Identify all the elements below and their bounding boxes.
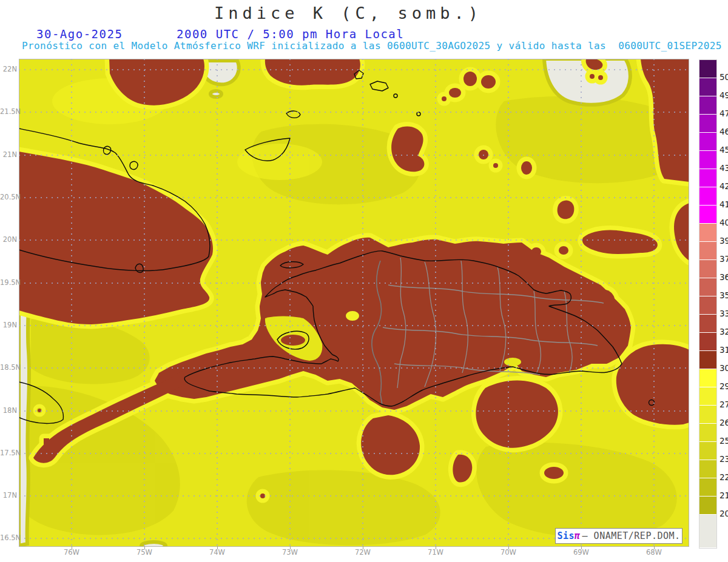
lon-tick-68W [654,546,655,549]
watermark-brand: Sis [557,530,575,541]
lon-label-72W: 72W [349,548,376,557]
colorbar-cell-17 [699,369,716,387]
colorbar-tick-50: 50 [720,72,728,82]
colorbar-tick-27.8: 27.8 [720,400,728,409]
weather-map-page: Indice K (C, somb.) 30-Ago-2025 2000 UTC… [0,0,728,562]
colorbar-tick-29.1: 29.1 [720,381,728,391]
colorbar-tick-20: 20 [720,509,728,518]
colorbar-cell-16 [699,351,716,369]
colorbar-tick-46.5: 46.5 [720,127,728,136]
lat-label-20.5N: 20.5N [0,193,17,201]
colorbar-cell-0 [699,60,716,78]
colorbar-cell-12 [699,278,716,296]
colorbar-cell-10 [699,242,716,260]
watermark-badge: Sisπ– ONAMET/REP.DOM. [555,528,682,544]
colorbar-tick-47.8: 47.8 [720,109,728,118]
colorbar-cell-19 [699,406,716,424]
lon-tick-71W [436,546,436,549]
colorbar-cell-13 [699,296,716,315]
dateline: 30-Ago-2025 2000 UTC / 5:00 pm Hora Loca… [0,27,728,41]
colorbar-cell-20 [699,424,716,442]
forecast-date: 30-Ago-2025 [36,27,123,41]
lat-label-17N: 17N [0,491,17,500]
lat-label-18.5N: 18.5N [0,363,17,372]
colorbar-tick-35.2: 35.2 [720,290,728,300]
colorbar-cell-6 [699,169,716,187]
colorbar-cell-4 [699,133,716,151]
colorbar-cell-22 [699,460,716,478]
lon-tick-73W [290,546,291,549]
colorbar-cell-21 [699,442,716,460]
colorbar-cell-15 [699,333,716,351]
colorbar-cell-1 [699,78,716,96]
colorbar-tick-22.6: 22.6 [720,472,728,482]
colorbar-tick-43.9: 43.9 [720,163,728,173]
colorbar-tick-26.5: 26.5 [720,418,728,427]
lon-label-68W: 68W [641,548,667,557]
lon-label-69W: 69W [568,548,595,557]
lon-label-73W: 73W [277,548,303,557]
lon-tick-70W [508,546,509,549]
colorbar-cell-5 [699,151,716,169]
colorbar-cell-25 [699,515,716,548]
colorbar-cell-11 [699,260,716,278]
watermark-separator: – [582,530,588,541]
colorbar-cell-7 [699,187,716,206]
colorbar-cell-2 [699,96,716,115]
page-title: Indice K (C, somb.) [0,4,696,22]
lon-label-70W: 70W [495,548,522,557]
lon-label-71W: 71W [422,548,449,557]
colorbar-tick-41.3: 41.3 [720,199,728,209]
colorbar-tick-36.5: 36.5 [720,272,728,282]
lat-label-16.5N: 16.5N [0,534,17,542]
lon-tick-76W [72,546,72,549]
lon-tick-72W [363,546,363,549]
colorbar-tick-32.6: 32.6 [720,327,728,336]
forecast-time: 2000 UTC / 5:00 pm Hora Local [177,27,404,41]
watermark-org: ONAMET/REP.DOM. [594,530,681,541]
gonave-island-fill [281,335,305,346]
lon-label-76W: 76W [58,548,85,557]
lat-label-18N: 18N [0,406,17,415]
watermark-pi-symbol: π [575,530,581,541]
colorbar-cell-14 [699,315,716,333]
lat-label-17.5N: 17.5N [0,449,17,457]
model-subtitle: Pronóstico con el Modelo Atmósferico WRF… [22,40,720,52]
colorbar [699,59,717,549]
colorbar-tick-25.2: 25.2 [720,436,728,446]
colorbar-tick-42.6: 42.6 [720,181,728,191]
colorbar-tick-37.8: 37.8 [720,254,728,264]
colorbar-cell-9 [699,224,716,242]
colorbar-cell-24 [699,497,716,515]
lon-label-74W: 74W [204,548,231,557]
lat-label-19.5N: 19.5N [0,278,17,287]
lon-label-75W: 75W [131,548,158,557]
colorbar-cell-18 [699,387,716,406]
lon-tick-74W [217,546,218,549]
colorbar-cell-3 [699,115,716,133]
colorbar-tick-45.2: 45.2 [720,145,728,155]
colorbar-tick-49.1: 49.1 [720,90,728,100]
colorbar-tick-23.9: 23.9 [720,454,728,464]
colorbar-cell-23 [699,478,716,497]
colorbar-tick-31.3: 31.3 [720,345,728,355]
lat-label-21.5N: 21.5N [0,107,17,116]
colorbar-tick-21.3: 21.3 [720,490,728,500]
colorbar-tick-33.9: 33.9 [720,309,728,318]
colorbar-tick-39.1: 39.1 [720,236,728,246]
lat-label-20N: 20N [0,235,17,244]
map-canvas [19,59,689,547]
lat-label-22N: 22N [0,65,17,73]
lon-tick-69W [581,546,582,549]
lon-tick-75W [144,546,145,549]
colorbar-tick-40: 40 [720,218,728,227]
k-index-map [19,59,689,547]
colorbar-tick-30: 30 [720,363,728,373]
colorbar-cell-8 [699,206,716,224]
lat-label-21N: 21N [0,150,17,159]
lat-label-19N: 19N [0,321,17,329]
